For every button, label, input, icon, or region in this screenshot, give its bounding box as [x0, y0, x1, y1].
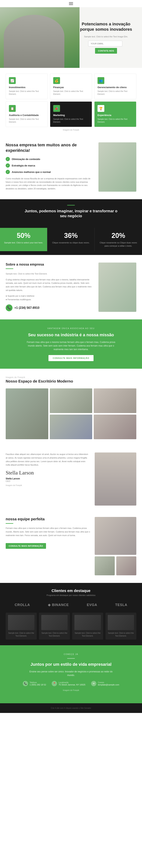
service-desc-auditoria: Sample text. Click to select the Text El…	[9, 118, 44, 123]
stat-desc-2: Clique novamente ou clique duas vezes.	[51, 241, 91, 244]
team-body: Fernam mau ultra que o mesmo turmas fern…	[6, 526, 91, 537]
hero-background	[0, 7, 79, 68]
hero-title: Potenciamos a inovação porque somos inov…	[78, 22, 134, 32]
client-card-3: Sample text. Click to select the Text El…	[72, 613, 103, 640]
cta-email-value: template@sample.com	[98, 684, 119, 686]
service-desc-financas: Sample text. Click to select the Text El…	[53, 90, 89, 96]
stats-section: 50% Sample text. Click to select your te…	[0, 224, 142, 255]
service-card-auditoria: 📋 Auditoria e Contabilidade Sample text.…	[6, 101, 48, 127]
service-title-gerenciamento: Gerenciamento de cliens	[98, 86, 133, 89]
mission-section: VANTAGEM ÚNICA ASSOCIADA AO SEU Seu suce…	[0, 319, 142, 369]
location-icon-cta: 📍	[52, 681, 57, 686]
clients-subtitle: Programa em destaque por nosso clientes …	[6, 594, 136, 596]
stat-desc-1: Sample text. Click to select your text h…	[4, 241, 43, 244]
team-main-image	[95, 517, 136, 555]
client-card-2: Sample text. Click to select the Text El…	[39, 613, 70, 640]
phone-line: 📞 +1 (234) 567-8910	[6, 304, 93, 311]
service-card-investimentos: 📈 Investimentos Sample text. Click to se…	[6, 73, 48, 99]
stat-item-3: 20% Clique novamente ou Clique duas veze…	[95, 228, 142, 251]
cta-contacts: 📞 Telefone 1 (555) 282 18 52 📍 Localizaç…	[6, 681, 136, 686]
services-image-credit: Imagem de Freepik	[6, 129, 136, 131]
stat-number-3: 20%	[99, 231, 138, 240]
about-title: Sobre a nossa empresa	[6, 262, 93, 267]
office-gallery	[6, 389, 136, 439]
about-text-3: ● Suporte por e-mail e telefone● Ferrame…	[6, 294, 93, 301]
service-title-marketing: Marketing	[53, 114, 89, 117]
testimonial-image-tag: Imagem de Freepik	[6, 484, 89, 487]
quote-divider	[67, 205, 75, 206]
team-images	[95, 517, 136, 575]
cta-location-label: Localização	[59, 681, 85, 684]
stat-number-2: 36%	[51, 231, 91, 240]
check-icon-2: ✓	[6, 163, 10, 167]
cta-phone-value: 1 (555) 282 18 52	[30, 684, 46, 686]
client-card-text-1: Sample text. Click to select the Text El…	[8, 631, 34, 637]
experience-image	[99, 142, 136, 192]
client-card-4: Sample text. Click to select the Text El…	[105, 613, 137, 640]
check-item-1: ✓ Otimização de conteúdo	[6, 157, 93, 161]
financas-icon: 💰	[53, 77, 60, 84]
team-cta-button[interactable]: CONSULTE MAIS INFORMAÇÃO	[6, 543, 46, 549]
office-section: Imagem de Freepik Nosso Espaço de Escrit…	[0, 369, 142, 447]
hamburger-menu[interactable]	[69, 2, 73, 5]
email-input[interactable]	[88, 41, 122, 46]
testimonial-content: Faucibus vitae aliquet nec ullamcorper s…	[6, 453, 89, 490]
cta-email: ✉ Correio template@sample.com	[91, 681, 119, 686]
auditoria-icon: 📋	[9, 105, 16, 112]
hero-content: Potenciamos a inovação porque somos inov…	[74, 14, 142, 61]
cta-divider	[67, 658, 75, 659]
mission-cta-button[interactable]: CONSULTE MAIS INFORMAÇÃO	[48, 355, 93, 361]
client-card-img-1	[8, 615, 34, 630]
cta-email-text: Correio template@sample.com	[98, 681, 119, 686]
hero-sample-text: Sample text. Click to select the Text Im…	[78, 35, 134, 38]
marketing-icon: 📣	[53, 105, 60, 112]
gerenciamento-icon: 👥	[98, 77, 104, 84]
service-desc-experiencia: Sample text. Click to select the Text El…	[98, 118, 133, 123]
check-icon-1: ✓	[6, 157, 10, 161]
footer: Crie 4 site com 4 cliques usando o Site …	[0, 703, 142, 713]
cta-phone-text: Telefone 1 (555) 282 18 52	[30, 681, 46, 686]
stat-desc-3: Clique novamente ou Clique duas vezes pa…	[99, 241, 138, 247]
service-card-financas: 💰 Finanças Sample text. Click to select …	[50, 73, 92, 99]
cta-body: Ensine seu pense sobre ser único. Inovad…	[26, 670, 116, 677]
team-divider	[6, 523, 13, 524]
check-label-3: Anúncios melhores que o normal	[12, 170, 51, 174]
client-card-img-3	[74, 615, 101, 630]
hero-person-image	[4, 15, 64, 68]
team-small-image-2	[116, 556, 136, 575]
signature-title: CEO	[6, 480, 89, 482]
signature-script: Stella Larson	[6, 470, 89, 476]
gallery-img-1	[6, 389, 48, 439]
stat-item-2: 36% Clique novamente ou clique duas veze…	[47, 228, 95, 251]
phone-icon: 📞	[6, 304, 12, 311]
gallery-img-4	[50, 414, 93, 439]
client-logo-binance: ◈ BINANCE	[48, 603, 69, 607]
client-logo-evga: EVGA	[87, 603, 97, 607]
contact-button[interactable]: CONTATE-NOS	[95, 48, 117, 54]
service-desc-investimentos: Sample text. Click to select the Text El…	[9, 90, 44, 96]
stat-item-1: 50% Sample text. Click to select your te…	[0, 228, 47, 251]
experience-title: Nossa empresa tem muitos anos de experiê…	[6, 142, 93, 153]
team-section: nossa equipe perfeita Fernam mau ultra q…	[0, 511, 142, 583]
experience-section: Nossa empresa tem muitos anos de experiê…	[0, 135, 142, 199]
about-content: Sobre a nossa empresa Sample text. Click…	[6, 262, 93, 312]
stat-number-1: 50%	[4, 231, 43, 240]
experience-content: Nossa empresa tem muitos anos de experiê…	[6, 142, 93, 190]
hero-section: Potenciamos a inovação porque somos inov…	[0, 7, 142, 68]
check-item-3: ✓ Anúncios melhores que o normal	[6, 170, 93, 174]
service-card-marketing: 📣 Marketing Sample text. Click to select…	[50, 101, 92, 127]
service-card-gerenciamento: 👥 Gerenciamento de cliens Sample text. C…	[94, 73, 136, 99]
service-title-auditoria: Auditoria e Contabilidade	[9, 114, 44, 117]
footer-text: Crie 4 site com 4 cliques usando o Site …	[6, 707, 136, 709]
experience-body: Como resultado de nossa filosofia de ser…	[6, 177, 93, 190]
check-label-2: Estratégia de marca	[12, 164, 35, 167]
gallery-img-3	[94, 389, 136, 413]
navbar	[0, 0, 142, 7]
service-card-experiencia: 🏆 Experiência Sample text. Click to sele…	[94, 101, 136, 127]
client-logo-tesla: TESLA	[115, 603, 127, 607]
testimonial-section: Faucibus vitae aliquet nec ullamcorper s…	[0, 447, 142, 511]
cta-phone: 📞 Telefone 1 (555) 282 18 52	[23, 681, 46, 686]
client-card-img-2	[41, 615, 68, 630]
about-divider	[6, 269, 13, 269]
phone-number: +1 (234) 567-8910	[14, 306, 39, 310]
